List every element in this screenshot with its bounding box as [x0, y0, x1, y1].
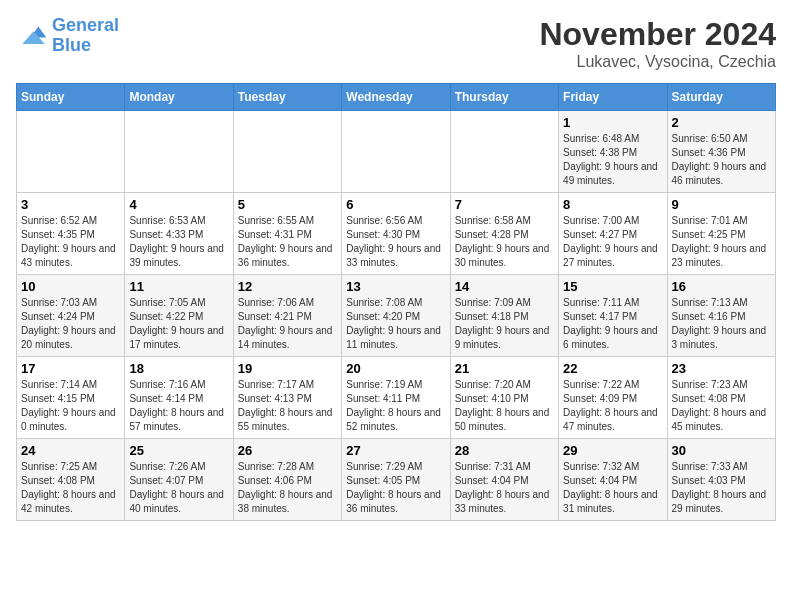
- location-subtitle: Lukavec, Vysocina, Czechia: [539, 53, 776, 71]
- calendar-cell: 16Sunrise: 7:13 AM Sunset: 4:16 PM Dayli…: [667, 275, 775, 357]
- day-info: Sunrise: 7:16 AM Sunset: 4:14 PM Dayligh…: [129, 378, 228, 434]
- calendar-cell: 9Sunrise: 7:01 AM Sunset: 4:25 PM Daylig…: [667, 193, 775, 275]
- day-info: Sunrise: 7:06 AM Sunset: 4:21 PM Dayligh…: [238, 296, 337, 352]
- day-number: 5: [238, 197, 337, 212]
- day-number: 17: [21, 361, 120, 376]
- calendar-week-2: 3Sunrise: 6:52 AM Sunset: 4:35 PM Daylig…: [17, 193, 776, 275]
- calendar-cell: 12Sunrise: 7:06 AM Sunset: 4:21 PM Dayli…: [233, 275, 341, 357]
- day-number: 1: [563, 115, 662, 130]
- calendar-cell: [125, 111, 233, 193]
- col-header-tuesday: Tuesday: [233, 84, 341, 111]
- day-number: 26: [238, 443, 337, 458]
- calendar-cell: [450, 111, 558, 193]
- calendar-cell: 19Sunrise: 7:17 AM Sunset: 4:13 PM Dayli…: [233, 357, 341, 439]
- col-header-sunday: Sunday: [17, 84, 125, 111]
- calendar-week-4: 17Sunrise: 7:14 AM Sunset: 4:15 PM Dayli…: [17, 357, 776, 439]
- day-number: 28: [455, 443, 554, 458]
- day-info: Sunrise: 7:25 AM Sunset: 4:08 PM Dayligh…: [21, 460, 120, 516]
- day-info: Sunrise: 7:20 AM Sunset: 4:10 PM Dayligh…: [455, 378, 554, 434]
- day-info: Sunrise: 7:29 AM Sunset: 4:05 PM Dayligh…: [346, 460, 445, 516]
- col-header-wednesday: Wednesday: [342, 84, 450, 111]
- title-block: November 2024 Lukavec, Vysocina, Czechia: [539, 16, 776, 71]
- calendar-cell: 14Sunrise: 7:09 AM Sunset: 4:18 PM Dayli…: [450, 275, 558, 357]
- calendar-cell: [342, 111, 450, 193]
- month-title: November 2024: [539, 16, 776, 53]
- calendar-week-1: 1Sunrise: 6:48 AM Sunset: 4:38 PM Daylig…: [17, 111, 776, 193]
- col-header-friday: Friday: [559, 84, 667, 111]
- day-number: 25: [129, 443, 228, 458]
- day-info: Sunrise: 7:31 AM Sunset: 4:04 PM Dayligh…: [455, 460, 554, 516]
- day-number: 13: [346, 279, 445, 294]
- day-info: Sunrise: 7:22 AM Sunset: 4:09 PM Dayligh…: [563, 378, 662, 434]
- calendar-cell: 10Sunrise: 7:03 AM Sunset: 4:24 PM Dayli…: [17, 275, 125, 357]
- day-info: Sunrise: 6:50 AM Sunset: 4:36 PM Dayligh…: [672, 132, 771, 188]
- day-info: Sunrise: 7:17 AM Sunset: 4:13 PM Dayligh…: [238, 378, 337, 434]
- calendar-week-5: 24Sunrise: 7:25 AM Sunset: 4:08 PM Dayli…: [17, 439, 776, 521]
- day-number: 23: [672, 361, 771, 376]
- logo-text: General Blue: [52, 16, 119, 56]
- calendar-cell: [233, 111, 341, 193]
- day-info: Sunrise: 6:55 AM Sunset: 4:31 PM Dayligh…: [238, 214, 337, 270]
- day-info: Sunrise: 7:05 AM Sunset: 4:22 PM Dayligh…: [129, 296, 228, 352]
- day-info: Sunrise: 6:48 AM Sunset: 4:38 PM Dayligh…: [563, 132, 662, 188]
- calendar-cell: 22Sunrise: 7:22 AM Sunset: 4:09 PM Dayli…: [559, 357, 667, 439]
- day-number: 27: [346, 443, 445, 458]
- day-number: 16: [672, 279, 771, 294]
- day-number: 15: [563, 279, 662, 294]
- day-number: 24: [21, 443, 120, 458]
- calendar-cell: 6Sunrise: 6:56 AM Sunset: 4:30 PM Daylig…: [342, 193, 450, 275]
- calendar-cell: 27Sunrise: 7:29 AM Sunset: 4:05 PM Dayli…: [342, 439, 450, 521]
- day-number: 4: [129, 197, 228, 212]
- day-number: 2: [672, 115, 771, 130]
- day-info: Sunrise: 7:23 AM Sunset: 4:08 PM Dayligh…: [672, 378, 771, 434]
- col-header-monday: Monday: [125, 84, 233, 111]
- calendar-cell: 18Sunrise: 7:16 AM Sunset: 4:14 PM Dayli…: [125, 357, 233, 439]
- calendar-cell: 17Sunrise: 7:14 AM Sunset: 4:15 PM Dayli…: [17, 357, 125, 439]
- calendar-cell: 28Sunrise: 7:31 AM Sunset: 4:04 PM Dayli…: [450, 439, 558, 521]
- day-number: 12: [238, 279, 337, 294]
- day-number: 20: [346, 361, 445, 376]
- day-number: 11: [129, 279, 228, 294]
- page-header: General Blue November 2024 Lukavec, Vyso…: [16, 16, 776, 71]
- day-info: Sunrise: 7:00 AM Sunset: 4:27 PM Dayligh…: [563, 214, 662, 270]
- calendar-cell: 15Sunrise: 7:11 AM Sunset: 4:17 PM Dayli…: [559, 275, 667, 357]
- day-info: Sunrise: 7:11 AM Sunset: 4:17 PM Dayligh…: [563, 296, 662, 352]
- calendar-cell: 24Sunrise: 7:25 AM Sunset: 4:08 PM Dayli…: [17, 439, 125, 521]
- day-info: Sunrise: 7:32 AM Sunset: 4:04 PM Dayligh…: [563, 460, 662, 516]
- day-info: Sunrise: 7:19 AM Sunset: 4:11 PM Dayligh…: [346, 378, 445, 434]
- day-number: 3: [21, 197, 120, 212]
- day-number: 22: [563, 361, 662, 376]
- col-header-saturday: Saturday: [667, 84, 775, 111]
- calendar-cell: 29Sunrise: 7:32 AM Sunset: 4:04 PM Dayli…: [559, 439, 667, 521]
- calendar-cell: 13Sunrise: 7:08 AM Sunset: 4:20 PM Dayli…: [342, 275, 450, 357]
- calendar-cell: 7Sunrise: 6:58 AM Sunset: 4:28 PM Daylig…: [450, 193, 558, 275]
- calendar-cell: 20Sunrise: 7:19 AM Sunset: 4:11 PM Dayli…: [342, 357, 450, 439]
- day-info: Sunrise: 7:09 AM Sunset: 4:18 PM Dayligh…: [455, 296, 554, 352]
- day-number: 29: [563, 443, 662, 458]
- logo-line1: General: [52, 15, 119, 35]
- logo-icon: [16, 20, 48, 52]
- calendar-week-3: 10Sunrise: 7:03 AM Sunset: 4:24 PM Dayli…: [17, 275, 776, 357]
- calendar-cell: 8Sunrise: 7:00 AM Sunset: 4:27 PM Daylig…: [559, 193, 667, 275]
- day-info: Sunrise: 7:13 AM Sunset: 4:16 PM Dayligh…: [672, 296, 771, 352]
- calendar-cell: 26Sunrise: 7:28 AM Sunset: 4:06 PM Dayli…: [233, 439, 341, 521]
- calendar-cell: 2Sunrise: 6:50 AM Sunset: 4:36 PM Daylig…: [667, 111, 775, 193]
- day-info: Sunrise: 7:26 AM Sunset: 4:07 PM Dayligh…: [129, 460, 228, 516]
- calendar-cell: 5Sunrise: 6:55 AM Sunset: 4:31 PM Daylig…: [233, 193, 341, 275]
- day-number: 7: [455, 197, 554, 212]
- day-info: Sunrise: 6:58 AM Sunset: 4:28 PM Dayligh…: [455, 214, 554, 270]
- day-info: Sunrise: 6:53 AM Sunset: 4:33 PM Dayligh…: [129, 214, 228, 270]
- logo-line2: Blue: [52, 35, 91, 55]
- day-info: Sunrise: 7:03 AM Sunset: 4:24 PM Dayligh…: [21, 296, 120, 352]
- col-header-thursday: Thursday: [450, 84, 558, 111]
- calendar-cell: [17, 111, 125, 193]
- calendar-header: SundayMondayTuesdayWednesdayThursdayFrid…: [17, 84, 776, 111]
- day-number: 19: [238, 361, 337, 376]
- day-number: 21: [455, 361, 554, 376]
- calendar-cell: 25Sunrise: 7:26 AM Sunset: 4:07 PM Dayli…: [125, 439, 233, 521]
- day-number: 6: [346, 197, 445, 212]
- calendar-cell: 23Sunrise: 7:23 AM Sunset: 4:08 PM Dayli…: [667, 357, 775, 439]
- day-info: Sunrise: 6:56 AM Sunset: 4:30 PM Dayligh…: [346, 214, 445, 270]
- day-info: Sunrise: 6:52 AM Sunset: 4:35 PM Dayligh…: [21, 214, 120, 270]
- day-info: Sunrise: 7:08 AM Sunset: 4:20 PM Dayligh…: [346, 296, 445, 352]
